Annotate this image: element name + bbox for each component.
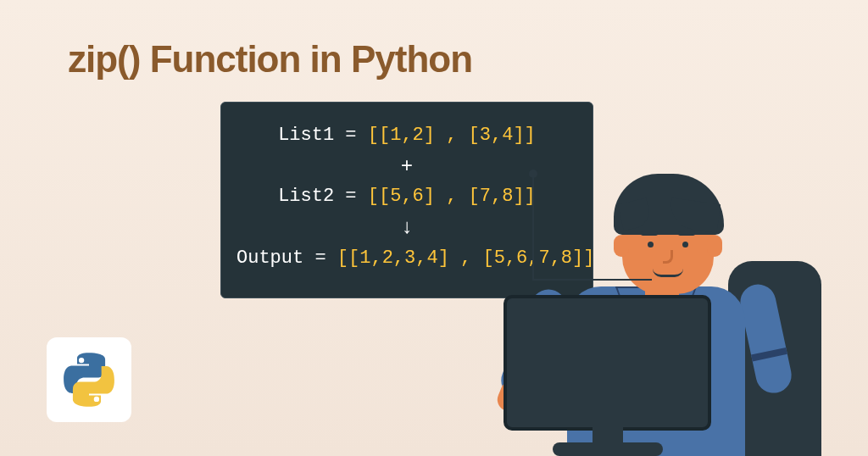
list2-value: [[5,6] , [7,8]] [368,186,536,207]
page-title: zip() Function in Python [68,38,472,81]
list1-label: List1 = [278,125,368,146]
monitor-illustration [504,295,711,456]
code-line-1: List1 = [[1,2] , [3,4]] [236,123,577,149]
list2-label: List2 = [278,186,368,207]
python-logo-icon [47,337,131,422]
list1-value: [[1,2] , [3,4]] [368,125,536,146]
output-label: Output = [236,247,337,269]
